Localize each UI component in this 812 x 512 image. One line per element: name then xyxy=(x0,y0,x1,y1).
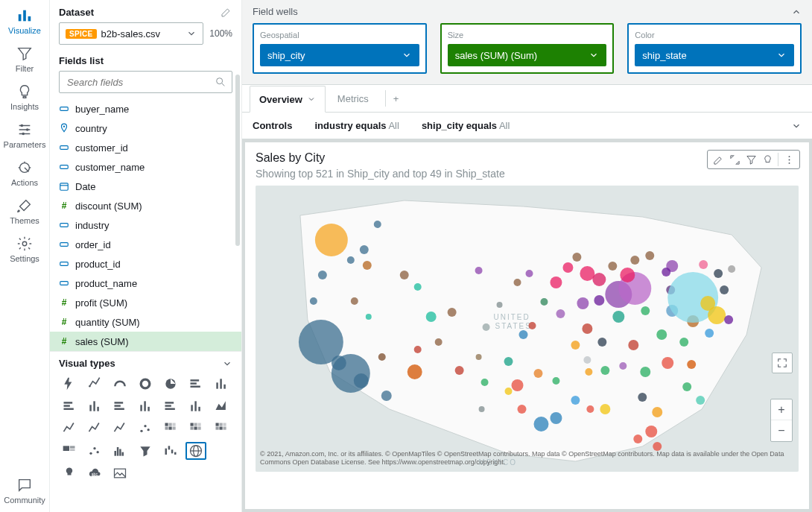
field-customer-id[interactable]: customer_id xyxy=(50,138,241,157)
scrollbar[interactable] xyxy=(235,75,240,246)
field-industry[interactable]: industry xyxy=(50,215,241,235)
visual-type-hbar-100[interactable] xyxy=(160,397,181,415)
map-point[interactable] xyxy=(528,322,536,329)
map-point[interactable] xyxy=(481,379,489,386)
map-point[interactable] xyxy=(572,253,581,262)
visual-type-donut[interactable] xyxy=(135,375,156,393)
map-point[interactable] xyxy=(714,269,723,278)
control-shipcity[interactable]: ship_city equals All xyxy=(422,120,510,131)
map-point[interactable] xyxy=(656,329,667,340)
map-point[interactable] xyxy=(381,391,392,401)
map-point[interactable] xyxy=(483,323,490,331)
visual-type-cloud[interactable]: abc xyxy=(84,464,105,482)
map-point[interactable] xyxy=(699,260,708,269)
map-point[interactable] xyxy=(426,312,437,322)
map-point[interactable] xyxy=(518,405,527,414)
map-area[interactable]: UNITED STATES MEXICO + − © 2021, Amazon.… xyxy=(256,186,799,472)
map-point[interactable] xyxy=(533,417,548,432)
visual-type-histogram[interactable] xyxy=(110,442,130,460)
map-point[interactable] xyxy=(479,406,485,412)
edit-icon[interactable] xyxy=(711,152,726,167)
visual-type-line2[interactable] xyxy=(110,420,130,437)
map-point[interactable] xyxy=(583,356,591,364)
map-point[interactable] xyxy=(354,373,369,388)
filter-icon[interactable] xyxy=(743,152,758,167)
map-point[interactable] xyxy=(619,362,627,370)
field-discount-sum-[interactable]: #discount (SUM) xyxy=(50,196,241,215)
control-industry[interactable]: industry equals All xyxy=(314,120,399,131)
map-point[interactable] xyxy=(514,279,521,286)
dataset-select[interactable]: SPICE b2b-sales.csv xyxy=(59,22,203,45)
rail-parameters[interactable]: Parameters xyxy=(4,118,45,152)
map-point[interactable] xyxy=(504,357,513,366)
visual-type-kpi[interactable] xyxy=(84,375,105,393)
map-point[interactable] xyxy=(550,412,562,424)
field-date[interactable]: Date xyxy=(50,177,241,196)
map-point[interactable] xyxy=(414,346,422,353)
map-point[interactable] xyxy=(475,267,483,274)
field-customer-name[interactable]: customer_name xyxy=(50,157,241,177)
visual-type-vbar-st[interactable] xyxy=(135,397,156,415)
visual-type-heatmap[interactable] xyxy=(160,420,181,437)
map-point[interactable] xyxy=(448,308,457,317)
rail-themes[interactable]: Themes xyxy=(4,195,45,228)
map-point[interactable] xyxy=(577,297,589,309)
chevron-down-icon[interactable] xyxy=(791,121,802,131)
map-point[interactable] xyxy=(476,354,482,360)
add-sheet-button[interactable]: + xyxy=(393,93,408,104)
map-point[interactable] xyxy=(505,388,513,395)
map-point[interactable] xyxy=(608,262,617,271)
rail-insights[interactable]: Insights xyxy=(4,80,45,114)
map-point[interactable] xyxy=(597,338,606,347)
visual-type-bolt[interactable] xyxy=(59,375,80,393)
map-point[interactable] xyxy=(612,311,624,323)
visual-type-bulb[interactable] xyxy=(59,464,80,482)
fw-geospatial-pill[interactable]: ship_city xyxy=(260,44,419,66)
rail-filter[interactable]: Filter xyxy=(4,42,45,76)
map-point[interactable] xyxy=(696,396,705,405)
map-point[interactable] xyxy=(526,270,533,277)
map-point[interactable] xyxy=(640,367,650,377)
visual-type-vbar[interactable] xyxy=(211,375,232,393)
map-point[interactable] xyxy=(455,366,464,375)
rail-community[interactable]: Community xyxy=(4,474,45,508)
map-point[interactable] xyxy=(533,369,542,378)
map-point[interactable] xyxy=(582,323,592,334)
map-point[interactable] xyxy=(679,338,688,347)
map-point[interactable] xyxy=(512,379,524,391)
rail-actions[interactable]: Actions xyxy=(4,157,45,190)
map-point[interactable] xyxy=(682,382,691,391)
map-point[interactable] xyxy=(497,302,503,308)
map-point[interactable] xyxy=(638,393,647,402)
visual-type-hbar-st[interactable] xyxy=(110,397,130,415)
map-point[interactable] xyxy=(519,330,528,339)
map-point[interactable] xyxy=(363,261,372,270)
visual-type-line[interactable] xyxy=(59,420,80,437)
map-point[interactable] xyxy=(708,306,726,324)
field-quantity-sum-[interactable]: #quantity (SUM) xyxy=(50,312,241,332)
map-point[interactable] xyxy=(728,265,735,273)
map-point[interactable] xyxy=(652,407,662,417)
field-sales-sum-[interactable]: #sales (SUM) xyxy=(50,332,241,351)
visual-type-gauge[interactable] xyxy=(110,375,130,393)
map-point[interactable] xyxy=(594,295,604,306)
map-point[interactable] xyxy=(662,268,670,276)
field-profit-sum-[interactable]: #profit (SUM) xyxy=(50,293,241,312)
map-point[interactable] xyxy=(645,251,654,260)
rail-settings[interactable]: Settings xyxy=(4,233,45,266)
map-point[interactable] xyxy=(366,314,372,320)
visual-type-bubble[interactable] xyxy=(84,442,105,460)
maximize-icon[interactable] xyxy=(727,152,742,167)
tab-metrics[interactable]: Metrics xyxy=(329,85,378,112)
map-point[interactable] xyxy=(310,297,317,305)
map-point[interactable] xyxy=(407,364,422,379)
tab-overview[interactable]: Overview xyxy=(250,86,326,113)
map-point[interactable] xyxy=(628,340,638,350)
map-point[interactable] xyxy=(620,268,635,282)
fw-color-pill[interactable]: ship_state xyxy=(635,44,794,66)
field-buyer-name[interactable]: buyer_name xyxy=(50,99,241,118)
map-point[interactable] xyxy=(687,360,696,369)
visual-type-matrix[interactable] xyxy=(211,420,232,437)
field-wells-header[interactable]: Field wells xyxy=(242,0,812,23)
map-point[interactable] xyxy=(571,396,580,405)
